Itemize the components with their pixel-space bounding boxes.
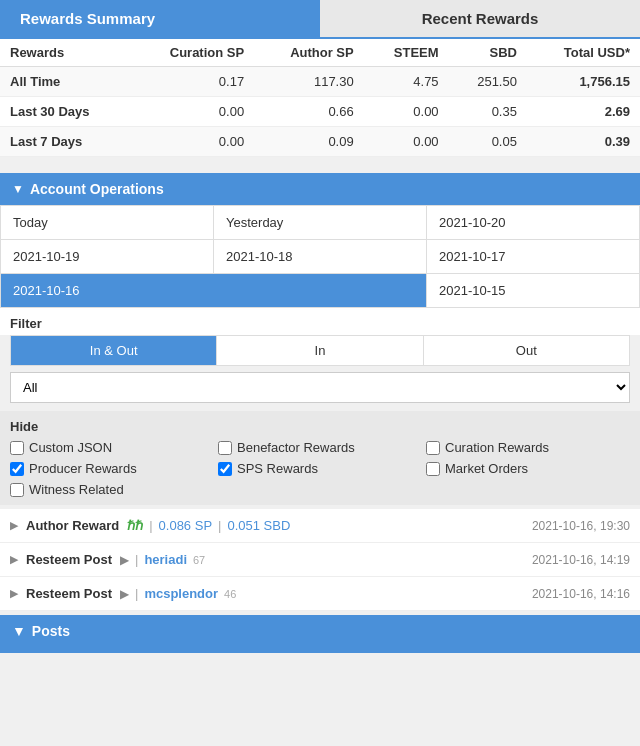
checkbox-grid: Custom JSON Benefactor Rewards Curation … bbox=[10, 440, 630, 497]
posts-title: Posts bbox=[32, 623, 70, 639]
date-cell[interactable]: 2021-10-19 bbox=[1, 240, 213, 273]
cell-label: All Time bbox=[0, 67, 130, 97]
reward-expand-icon[interactable]: ▶ bbox=[10, 519, 18, 532]
date-cell[interactable]: Today bbox=[1, 206, 213, 239]
hide-checkbox[interactable] bbox=[10, 462, 24, 476]
cell-curation-sp: 0.00 bbox=[130, 127, 254, 157]
resteem-row: ▶ Resteem Post ▶ | mcsplendor 46 2021-10… bbox=[0, 577, 640, 611]
reward-left: ▶ Author Reward bbox=[10, 518, 119, 533]
cell-author-sp: 117.30 bbox=[254, 67, 364, 97]
hide-checkbox-item: Market Orders bbox=[426, 461, 630, 476]
account-ops-title: Account Operations bbox=[30, 181, 164, 197]
cell-label: Last 7 Days bbox=[0, 127, 130, 157]
play-icon: ▶ bbox=[120, 553, 129, 567]
filter-tabs: In & OutInOut bbox=[10, 335, 630, 366]
col-header-total-usd: Total USD* bbox=[527, 39, 640, 67]
cell-total-usd: 1,756.15 bbox=[527, 67, 640, 97]
col-header-sbd: SBD bbox=[449, 39, 527, 67]
hide-checkbox-item: SPS Rewards bbox=[218, 461, 422, 476]
col-header-steem: STEEM bbox=[364, 39, 449, 67]
date-cell[interactable]: 2021-10-20 bbox=[427, 206, 639, 239]
account-ops-header: ▼ Account Operations bbox=[0, 173, 640, 205]
resteem-left: ▶ Resteem Post bbox=[10, 552, 112, 567]
date-cell[interactable]: 2021-10-18 bbox=[214, 240, 426, 273]
resteem-title: Resteem Post bbox=[26, 552, 112, 567]
filter-dropdown-container: All bbox=[10, 372, 630, 403]
cell-label: Last 30 Days bbox=[0, 97, 130, 127]
reward-center: ℏℏ | 0.086 SP | 0.051 SBD bbox=[127, 518, 522, 533]
table-row: Last 7 Days 0.00 0.09 0.00 0.05 0.39 bbox=[0, 127, 640, 157]
hide-checkbox[interactable] bbox=[218, 462, 232, 476]
filter-dropdown[interactable]: All bbox=[10, 372, 630, 403]
cell-sbd: 0.05 bbox=[449, 127, 527, 157]
cell-author-sp: 0.66 bbox=[254, 97, 364, 127]
separator2: | bbox=[218, 518, 221, 533]
filter-tab[interactable]: In & Out bbox=[11, 336, 217, 365]
filter-tab[interactable]: Out bbox=[424, 336, 629, 365]
date-cell[interactable]: 2021-10-17 bbox=[427, 240, 639, 273]
user-num: 67 bbox=[193, 554, 205, 566]
sep: | bbox=[135, 552, 138, 567]
hide-checkbox[interactable] bbox=[426, 462, 440, 476]
resteem-expand-icon[interactable]: ▶ bbox=[10, 553, 18, 566]
hide-checkbox-item: Custom JSON bbox=[10, 440, 214, 455]
user-link[interactable]: heriadi bbox=[144, 552, 187, 567]
top-tabs-container: Rewards Summary Recent Rewards bbox=[0, 0, 640, 39]
bottom-bar bbox=[0, 647, 640, 653]
hide-checkbox-item: Witness Related bbox=[10, 482, 214, 497]
sp-value: 0.086 SP bbox=[159, 518, 213, 533]
account-ops-arrow-icon: ▼ bbox=[12, 182, 24, 196]
resteem-row: ▶ Resteem Post ▶ | heriadi 67 2021-10-16… bbox=[0, 543, 640, 577]
separator: | bbox=[149, 518, 152, 533]
table-row: Last 30 Days 0.00 0.66 0.00 0.35 2.69 bbox=[0, 97, 640, 127]
tab-rewards-summary[interactable]: Rewards Summary bbox=[0, 0, 320, 37]
cell-curation-sp: 0.00 bbox=[130, 97, 254, 127]
tab-recent-rewards[interactable]: Recent Rewards bbox=[320, 0, 640, 37]
posts-header: ▼ Posts bbox=[0, 615, 640, 647]
table-row: All Time 0.17 117.30 4.75 251.50 1,756.1… bbox=[0, 67, 640, 97]
resteem-left: ▶ Resteem Post bbox=[10, 586, 112, 601]
sep: | bbox=[135, 586, 138, 601]
col-header-rewards: Rewards bbox=[0, 39, 130, 67]
hide-checkbox-label: Witness Related bbox=[29, 482, 124, 497]
reward-title: Author Reward bbox=[26, 518, 119, 533]
reward-row: ▶ Author Reward ℏℏ | 0.086 SP | 0.051 SB… bbox=[0, 509, 640, 543]
spacer-1 bbox=[0, 157, 640, 165]
user-num: 46 bbox=[224, 588, 236, 600]
cell-steem: 0.00 bbox=[364, 97, 449, 127]
col-header-author-sp: Author SP bbox=[254, 39, 364, 67]
date-cell[interactable]: 2021-10-16 bbox=[1, 274, 426, 307]
date-grid: TodayYesterday2021-10-202021-10-192021-1… bbox=[0, 205, 640, 308]
resteem-expand-icon[interactable]: ▶ bbox=[10, 587, 18, 600]
rewards-table: Rewards Curation SP Author SP STEEM SBD … bbox=[0, 39, 640, 157]
user-link[interactable]: mcsplendor bbox=[144, 586, 218, 601]
resteem-date: 2021-10-16, 14:19 bbox=[532, 553, 630, 567]
date-cell[interactable]: Yesterday bbox=[214, 206, 426, 239]
filter-label: Filter bbox=[0, 308, 640, 335]
cell-total-usd: 2.69 bbox=[527, 97, 640, 127]
hide-checkbox[interactable] bbox=[10, 483, 24, 497]
cell-steem: 0.00 bbox=[364, 127, 449, 157]
sbd-value: 0.051 SBD bbox=[227, 518, 290, 533]
steem-icon: ℏℏ bbox=[127, 518, 143, 533]
hide-checkbox-item: Curation Rewards bbox=[426, 440, 630, 455]
reward-date: 2021-10-16, 19:30 bbox=[532, 519, 630, 533]
date-cell[interactable]: 2021-10-15 bbox=[427, 274, 639, 307]
hide-checkbox-label: Curation Rewards bbox=[445, 440, 549, 455]
cell-steem: 4.75 bbox=[364, 67, 449, 97]
hide-checkbox[interactable] bbox=[218, 441, 232, 455]
col-header-curation-sp: Curation SP bbox=[130, 39, 254, 67]
rewards-list: ▶ Author Reward ℏℏ | 0.086 SP | 0.051 SB… bbox=[0, 509, 640, 611]
hide-checkbox-item: Producer Rewards bbox=[10, 461, 214, 476]
cell-total-usd: 0.39 bbox=[527, 127, 640, 157]
cell-sbd: 0.35 bbox=[449, 97, 527, 127]
resteem-date: 2021-10-16, 14:16 bbox=[532, 587, 630, 601]
resteem-center: ▶ | mcsplendor 46 bbox=[120, 586, 522, 601]
cell-sbd: 251.50 bbox=[449, 67, 527, 97]
cell-curation-sp: 0.17 bbox=[130, 67, 254, 97]
hide-checkbox-label: Producer Rewards bbox=[29, 461, 137, 476]
filter-tab[interactable]: In bbox=[217, 336, 423, 365]
hide-checkbox[interactable] bbox=[426, 441, 440, 455]
hide-checkbox-item: Benefactor Rewards bbox=[218, 440, 422, 455]
hide-checkbox[interactable] bbox=[10, 441, 24, 455]
